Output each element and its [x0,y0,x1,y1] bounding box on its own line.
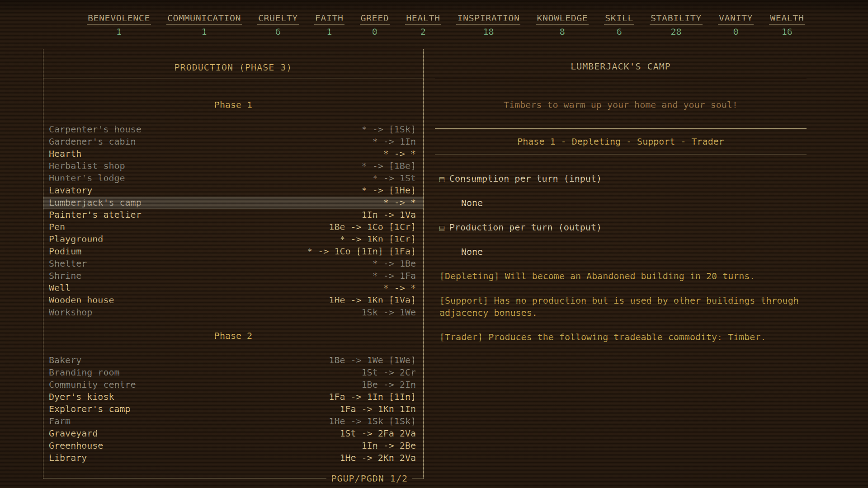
building-row[interactable]: Wooden house1He -> 1Kn [1Va] [43,294,423,306]
stat-label: WEALTH [769,14,805,25]
building-row[interactable]: Community centre1Be -> 2In [43,379,423,391]
building-production: 1Sk -> 1We [362,306,416,319]
building-row[interactable]: Hearth* -> * [43,148,423,160]
stat-health: HEALTH2 [405,14,441,37]
list-icon: ▤ [439,221,444,234]
building-row[interactable]: Explorer's camp1Fa -> 1Kn 1In [43,403,423,415]
stat-value: 2 [420,27,426,37]
building-production: * -> * [383,282,416,294]
production-panel-title: PRODUCTION (PHASE 3) [43,49,423,79]
stat-skill: SKILL6 [604,14,634,37]
building-name: Playground [49,233,103,245]
stat-label: INSPIRATION [456,14,520,25]
stat-wealth: WEALTH16 [769,14,805,37]
building-production: 1In -> 2Be [362,440,416,452]
building-row[interactable]: Podium* -> 1Co [1In] [1Fa] [43,245,423,258]
building-production: 1St -> 2Fa 2Va [340,427,416,440]
stat-value: 18 [483,27,494,37]
building-name: Well [49,282,71,294]
building-row[interactable]: Graveyard1St -> 2Fa 2Va [43,427,423,440]
building-row[interactable]: Lumberjack's camp* -> * [43,197,423,209]
building-name: Farm [49,415,71,427]
phase-header: Phase 1 [43,99,423,111]
building-row[interactable]: Shelter* -> 1Be [43,258,423,270]
building-name: Carpenter's house [49,123,142,136]
stat-value: 6 [275,27,281,37]
depleting-note: [Depleting] Will become an Abandoned bui… [435,270,807,282]
building-tags-line: Phase 1 - Depleting - Support - Trader [435,136,807,148]
building-production: * -> 1St [373,172,416,184]
building-name: Lavatory [49,184,92,197]
building-row[interactable]: Well* -> * [43,282,423,294]
building-name: Workshop [49,306,92,319]
building-row[interactable]: Painter's atelier1In -> 1Va [43,209,423,221]
building-name: Podium [49,245,81,258]
building-row[interactable]: Library1He -> 2Kn 2Va [43,452,423,464]
building-production: * -> * [383,197,416,209]
building-flavor-text: Timbers to warm up your home and your so… [435,99,807,111]
building-name: Bakery [49,354,81,366]
building-name: Community centre [49,379,136,391]
building-production: * -> 1In [373,136,416,148]
building-production: * -> [1He] [362,184,416,197]
building-row[interactable]: Lavatory* -> [1He] [43,184,423,197]
divider [435,78,807,78]
stat-label: SKILL [604,14,634,25]
building-row[interactable]: Dyer's kiosk1Fa -> 1In [1In] [43,391,423,403]
building-row[interactable]: Farm1He -> 1Sk [1Sk] [43,415,423,427]
building-row[interactable]: Shrine* -> 1Fa [43,270,423,282]
production-list: Phase 1Carpenter's house* -> [1Sk]Garden… [43,99,423,464]
building-row[interactable]: Greenhouse1In -> 2Be [43,440,423,452]
building-production: 1Fa -> 1Kn 1In [340,403,416,415]
building-name: Greenhouse [49,440,103,452]
building-production: 1Fa -> 1In [1In] [329,391,416,403]
stat-value: 0 [733,27,739,37]
building-row[interactable]: Playground* -> 1Kn [1Cr] [43,233,423,245]
consumption-section-header: ▤ Consumption per turn (input) [435,173,807,185]
stat-value: 1 [116,27,122,37]
building-row[interactable]: Carpenter's house* -> [1Sk] [43,123,423,136]
stat-benevolence: BENEVOLENCE1 [87,14,151,37]
divider [435,155,807,155]
building-name: Lumberjack's camp [49,197,142,209]
stat-value: 6 [617,27,622,37]
trader-note: [Trader] Produces the following tradeabl… [435,331,807,343]
building-name: Branding room [49,366,120,379]
stat-stability: STABILITY28 [650,14,703,37]
building-name: Hearth [49,148,81,160]
building-name: Library [49,452,87,464]
divider [435,128,807,129]
building-row[interactable]: Hunter's lodge* -> 1St [43,172,423,184]
stat-label: STABILITY [650,14,703,25]
building-detail-title: LUMBERJACK'S CAMP [435,61,807,73]
building-production: 1In -> 1Va [362,209,416,221]
building-production: * -> 1Kn [1Cr] [340,233,416,245]
building-name: Painter's atelier [49,209,142,221]
building-row[interactable]: Gardener's cabin* -> 1In [43,136,423,148]
stat-value: 0 [372,27,377,37]
building-production: 1He -> 1Kn [1Va] [329,294,416,306]
stat-value: 8 [560,27,565,37]
building-row[interactable]: Branding room1St -> 2Cr [43,366,423,379]
phase-header: Phase 2 [43,330,423,342]
building-row[interactable]: Bakery1Be -> 1We [1We] [43,354,423,366]
stat-label: HEALTH [405,14,441,25]
building-production: 1Be -> 1Co [1Cr] [329,221,416,233]
building-row[interactable]: Pen1Be -> 1Co [1Cr] [43,221,423,233]
stat-value: 1 [326,27,332,37]
stat-value: 28 [670,27,681,37]
building-rows: Carpenter's house* -> [1Sk]Gardener's ca… [43,123,423,319]
stat-knowledge: KNOWLEDGE8 [536,14,589,37]
building-name: Hunter's lodge [49,172,125,184]
building-production: * -> [1Be] [362,160,416,172]
stat-label: COMMUNICATION [166,14,242,25]
stats-bar: BENEVOLENCE1COMMUNICATION1CRUELTY6FAITH1… [87,14,805,37]
building-row[interactable]: Workshop1Sk -> 1We [43,306,423,319]
list-icon: ▤ [439,173,444,185]
building-production: 1Be -> 1We [1We] [329,354,416,366]
building-row[interactable]: Herbalist shop* -> [1Be] [43,160,423,172]
consumption-header-label: Consumption per turn (input) [449,173,602,185]
stat-label: FAITH [314,14,344,25]
building-name: Pen [49,221,65,233]
stat-value: 1 [201,27,207,37]
